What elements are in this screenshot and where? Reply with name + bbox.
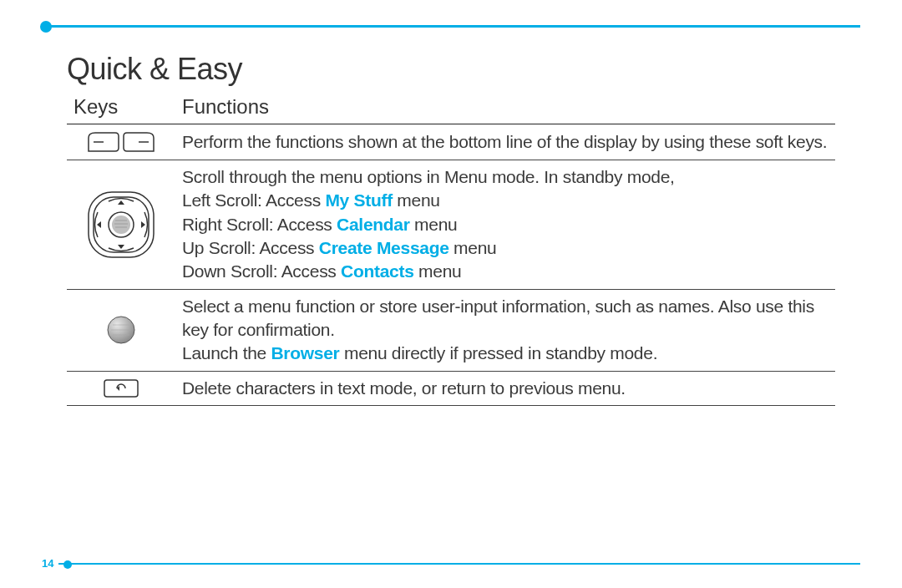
text-fragment: Launch the	[182, 343, 271, 362]
svg-marker-5	[118, 200, 124, 205]
dpad-down-line: Down Scroll: Access Contacts menu	[182, 260, 829, 283]
text-fragment: Up Scroll: Access	[182, 238, 319, 257]
function-text: Delete characters in text mode, or retur…	[182, 378, 626, 398]
text-fragment: Down Scroll: Access	[182, 261, 341, 281]
key-cell-softkeys	[67, 124, 175, 160]
table-row: Select a menu function or store user-inp…	[67, 289, 835, 371]
table-row: Delete characters in text mode, or retur…	[67, 371, 835, 405]
back-key-icon	[102, 378, 140, 399]
dpad-icon	[84, 187, 159, 262]
link-calendar[interactable]: Calendar	[337, 215, 409, 234]
text-fragment: menu directly if pressed in standby mode…	[339, 343, 657, 362]
content-area: Quick & Easy Keys Functions	[42, 37, 860, 406]
page-number: 14	[42, 557, 58, 570]
link-browser[interactable]: Browser	[271, 343, 339, 362]
link-create-message[interactable]: Create Message	[319, 238, 449, 257]
svg-rect-17	[104, 380, 138, 397]
center-ball-icon	[104, 313, 138, 347]
center-line-b: Launch the Browser menu directly if pres…	[182, 342, 829, 365]
svg-marker-8	[141, 221, 145, 228]
svg-marker-7	[97, 221, 101, 228]
text-fragment: menu	[414, 261, 462, 281]
bottom-rule: 14	[42, 563, 860, 565]
key-cell-center	[67, 289, 175, 371]
dpad-left-line: Left Scroll: Access My Stuff menu	[182, 189, 829, 212]
table-header-row: Keys Functions	[67, 94, 835, 124]
svg-marker-6	[118, 245, 124, 249]
keys-functions-table: Keys Functions	[67, 94, 835, 406]
top-rule	[42, 25, 860, 37]
function-cell: Scroll through the menu options in Menu …	[175, 160, 835, 290]
function-cell: Perform the functions shown at the botto…	[175, 124, 835, 160]
text-fragment: menu	[393, 190, 440, 210]
text-fragment: menu	[449, 238, 497, 257]
key-cell-dpad	[67, 160, 175, 290]
page-title: Quick & Easy	[67, 52, 835, 87]
text-fragment: menu	[410, 215, 458, 234]
dpad-intro: Scroll through the menu options in Menu …	[182, 165, 829, 189]
function-text: Perform the functions shown at the botto…	[182, 132, 827, 151]
table-row: Perform the functions shown at the botto…	[67, 124, 835, 160]
header-functions: Functions	[175, 94, 835, 124]
function-cell: Select a menu function or store user-inp…	[175, 289, 835, 371]
header-keys: Keys	[67, 94, 175, 124]
dpad-right-line: Right Scroll: Access Calendar menu	[182, 213, 829, 236]
function-cell: Delete characters in text mode, or retur…	[175, 371, 835, 405]
text-fragment: Right Scroll: Access	[182, 215, 337, 234]
soft-keys-icon	[85, 129, 157, 155]
text-fragment: Left Scroll: Access	[182, 190, 325, 210]
svg-point-9	[112, 215, 130, 234]
center-line-a: Select a menu function or store user-inp…	[182, 295, 829, 342]
table-row: Scroll through the menu options in Menu …	[67, 160, 835, 290]
dpad-up-line: Up Scroll: Access Create Message menu	[182, 236, 829, 260]
key-cell-back	[67, 371, 175, 405]
link-my-stuff[interactable]: My Stuff	[325, 190, 392, 210]
footer: 14	[42, 563, 860, 565]
link-contacts[interactable]: Contacts	[341, 261, 413, 281]
page-frame: Quick & Easy Keys Functions	[42, 25, 860, 555]
